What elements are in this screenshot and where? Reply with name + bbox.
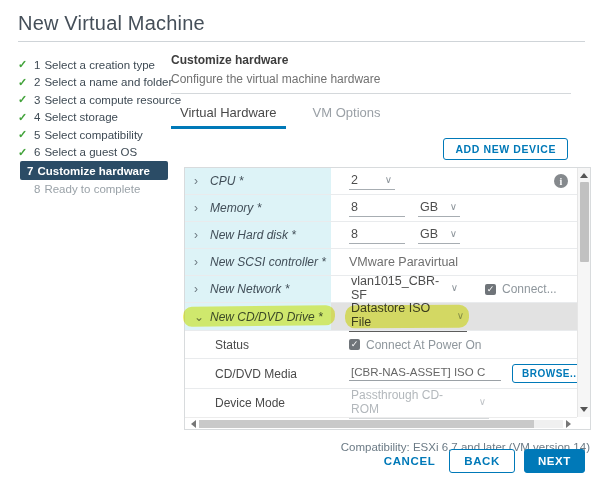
chevron-right-icon[interactable]: ›: [194, 175, 202, 187]
info-icon: i: [554, 174, 568, 188]
network-connect-label: Connect...: [502, 282, 557, 296]
cpu-row-header[interactable]: › CPU *: [185, 168, 331, 194]
cddvd-row-header[interactable]: ⌄ New CD/DVD Drive *: [185, 303, 331, 330]
wizard-footer: CANCEL BACK NEXT: [384, 449, 585, 473]
cpu-label: CPU *: [210, 174, 243, 188]
memory-size-input[interactable]: 8: [349, 200, 405, 217]
step-label: Select a compute resource: [44, 94, 181, 106]
hw-row-memory: › Memory * 8 GB ∨: [185, 195, 577, 222]
check-icon: ✓: [18, 93, 29, 106]
wizard-title: New Virtual Machine: [18, 10, 590, 35]
step-3-select-compute-resource[interactable]: ✓ 3 Select a compute resource: [18, 91, 170, 109]
step-label: Select a guest OS: [44, 146, 137, 158]
new-vm-wizard: New Virtual Machine ✓ 1 Select a creatio…: [0, 0, 600, 453]
cddvd-status-row: Status ✓ Connect At Power On: [185, 331, 577, 359]
device-mode-label: Device Mode: [185, 396, 331, 410]
chevron-right-icon[interactable]: ›: [194, 229, 202, 241]
caret-down-icon: ∨: [385, 174, 392, 185]
hard-disk-label: New Hard disk *: [210, 228, 296, 242]
section-heading: Customize hardware: [171, 53, 591, 67]
hard-disk-unit-select[interactable]: GB ∨: [418, 227, 460, 244]
chevron-right-icon[interactable]: ›: [194, 202, 202, 214]
caret-down-icon: ∨: [451, 282, 458, 293]
hard-disk-size-input[interactable]: 8: [349, 227, 405, 244]
add-new-device-button[interactable]: ADD NEW DEVICE: [443, 138, 568, 160]
step-nav: ✓ 1 Select a creation type ✓ 2 Select a …: [18, 53, 170, 453]
vertical-scrollbar[interactable]: [577, 168, 590, 417]
cpu-count-select[interactable]: 2 ∨: [349, 173, 395, 190]
hw-row-scsi-controller: › New SCSI controller * VMware Paravirtu…: [185, 249, 577, 276]
scsi-label: New SCSI controller *: [210, 255, 326, 269]
network-select[interactable]: vlan1015_CBR-SF ∨: [349, 274, 461, 305]
caret-down-icon: ∨: [450, 201, 457, 212]
caret-down-icon: ∨: [479, 396, 486, 407]
section-divider: [171, 93, 571, 94]
horizontal-scrollbar[interactable]: [185, 417, 577, 429]
step-7-customize-hardware-current[interactable]: 7 Customize hardware: [20, 161, 168, 180]
horizontal-scroll-track[interactable]: [199, 420, 563, 428]
step-2-select-name-folder[interactable]: ✓ 2 Select a name and folder: [18, 74, 170, 92]
hard-disk-row-header[interactable]: › New Hard disk *: [185, 222, 331, 248]
scroll-right-arrow-icon[interactable]: [566, 420, 571, 428]
horizontal-scroll-thumb[interactable]: [199, 420, 534, 428]
status-label: Status: [185, 338, 331, 352]
step-label: Select a name and folder: [44, 76, 172, 88]
tab-vm-options[interactable]: VM Options: [304, 103, 390, 129]
network-connect-checkbox[interactable]: ✓: [485, 284, 496, 295]
memory-row-header[interactable]: › Memory *: [185, 195, 331, 221]
hw-row-cddvd-drive: ⌄ New CD/DVD Drive * Datastore ISO File …: [185, 303, 577, 331]
cddvd-type-select[interactable]: Datastore ISO File ∨: [349, 301, 467, 332]
check-icon: ✓: [18, 128, 29, 141]
hw-row-hard-disk: › New Hard disk * 8 GB ∨: [185, 222, 577, 249]
connect-at-power-on-checkbox[interactable]: ✓: [349, 339, 360, 350]
caret-down-icon: ∨: [457, 310, 464, 321]
device-mode-row: Device Mode Passthrough CD-ROM ∨: [185, 389, 577, 417]
connect-at-power-on-label: Connect At Power On: [366, 338, 481, 352]
step-5-select-compatibility[interactable]: ✓ 5 Select compatibility: [18, 126, 170, 144]
cancel-button[interactable]: CANCEL: [384, 455, 436, 467]
step-1-select-creation-type[interactable]: ✓ 1 Select a creation type: [18, 56, 170, 74]
check-icon: ✓: [18, 146, 29, 159]
scroll-left-arrow-icon[interactable]: [191, 420, 196, 428]
title-divider: [18, 41, 585, 42]
back-button[interactable]: BACK: [449, 449, 515, 473]
next-button[interactable]: NEXT: [524, 449, 585, 473]
check-icon: ✓: [18, 76, 29, 89]
scsi-controller-value: VMware Paravirtual: [349, 255, 458, 269]
scroll-down-arrow-icon[interactable]: [580, 407, 588, 412]
network-label: New Network *: [210, 282, 289, 296]
section-subheading: Configure the virtual machine hardware: [171, 72, 591, 86]
step-label: Select compatibility: [44, 129, 142, 141]
tab-virtual-hardware[interactable]: Virtual Hardware: [171, 103, 286, 129]
step-label: Ready to complete: [44, 183, 140, 195]
chevron-right-icon[interactable]: ›: [194, 283, 202, 295]
chevron-right-icon[interactable]: ›: [194, 256, 202, 268]
vertical-scroll-thumb[interactable]: [580, 182, 589, 262]
cddvd-label: New CD/DVD Drive *: [210, 310, 323, 324]
hardware-list: › CPU * 2 ∨ i: [184, 167, 591, 430]
step-6-select-guest-os[interactable]: ✓ 6 Select a guest OS: [18, 144, 170, 162]
step-label: Select a creation type: [44, 59, 155, 71]
hw-row-cpu: › CPU * 2 ∨ i: [185, 168, 577, 195]
device-mode-select: Passthrough CD-ROM ∨: [349, 388, 489, 419]
memory-label: Memory *: [210, 201, 261, 215]
step-8-ready-to-complete: 8 Ready to complete: [18, 180, 170, 198]
hardware-tabs: Virtual Hardware VM Options: [171, 103, 591, 129]
scsi-row-header[interactable]: › New SCSI controller *: [185, 249, 331, 275]
chevron-down-icon[interactable]: ⌄: [194, 311, 202, 323]
cddvd-media-input[interactable]: [349, 366, 501, 381]
scroll-up-arrow-icon[interactable]: [580, 173, 588, 178]
customize-hardware-panel: Customize hardware Configure the virtual…: [170, 53, 591, 453]
step-4-select-storage[interactable]: ✓ 4 Select storage: [18, 109, 170, 127]
check-icon: ✓: [18, 111, 29, 124]
caret-down-icon: ∨: [450, 228, 457, 239]
network-row-header[interactable]: › New Network *: [185, 276, 331, 302]
hw-row-network: › New Network * vlan1015_CBR-SF ∨ ✓ Conn…: [185, 276, 577, 303]
step-label: Select storage: [44, 111, 118, 123]
cddvd-media-row: CD/DVD Media BROWSE...: [185, 359, 577, 389]
check-icon: ✓: [18, 58, 29, 71]
cddvd-media-label: CD/DVD Media: [185, 367, 331, 381]
step-label: Customize hardware: [37, 165, 149, 177]
memory-unit-select[interactable]: GB ∨: [418, 200, 460, 217]
